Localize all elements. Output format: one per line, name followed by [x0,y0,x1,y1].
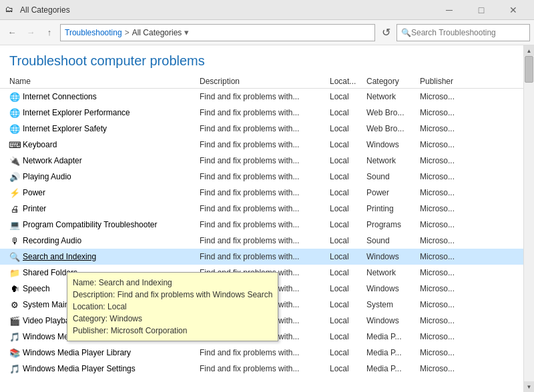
item-loc: Local [330,124,366,133]
content-area: Troubleshoot computer problems Name Desc… [0,45,523,392]
item-cat: Network [366,268,420,277]
item-cat: Windows [366,252,420,261]
item-icon: ⌨ [9,139,20,150]
item-pub: Microso... [420,108,473,117]
list-item[interactable]: 🔍 Search and Indexing Find and fix probl… [0,249,523,265]
search-icon: 🔍 [401,28,411,37]
item-icon: 🖨 [9,203,20,214]
item-cat: Printing [366,204,420,213]
item-cat: Sound [366,172,420,181]
col-desc-header[interactable]: Description [200,77,330,86]
item-cat: Programs [366,220,420,229]
item-loc: Local [330,92,366,101]
col-loc-header[interactable]: Locat... [330,77,366,86]
list-item[interactable]: ⚡ Power Find and fix problems with... Lo… [0,185,523,201]
search-input[interactable] [411,28,525,37]
list-item[interactable]: 📚 Windows Media Player Library Find and … [0,345,523,361]
item-pub: Microso... [420,300,473,309]
item-loc: Local [330,204,366,213]
item-icon: 🎵 [9,363,20,374]
item-loc: Local [330,252,366,261]
item-icon: 🎬 [9,315,20,326]
breadcrumb-separator: > [125,28,129,37]
item-name: Printer [23,204,200,213]
item-icon: 🌐 [9,123,20,134]
close-button[interactable]: ✕ [498,0,529,20]
tooltip-desc: Description: Find and fix problems with … [73,289,272,301]
item-loc: Local [330,300,366,309]
item-cat: Sound [366,236,420,245]
col-pub-header[interactable]: Publisher [420,77,473,86]
list-item[interactable]: 🖨 Printer Find and fix problems with... … [0,201,523,217]
up-button[interactable]: ↑ [41,25,57,41]
item-name: Keyboard [23,140,200,149]
item-icon: 🗣 [9,283,20,294]
list-item[interactable]: 🔌 Network Adapter Find and fix problems … [0,153,523,169]
item-pub: Microso... [420,332,473,341]
main-content: Troubleshoot computer problems Name Desc… [0,45,534,392]
col-name-header[interactable]: Name [9,77,200,86]
maximize-button[interactable]: □ [466,0,497,20]
item-name: Internet Explorer Safety [23,124,200,133]
item-desc: Find and fix problems with... [200,124,330,133]
item-icon: 💻 [9,219,20,230]
item-loc: Local [330,172,366,181]
item-pub: Microso... [420,140,473,149]
list-item[interactable]: 🌐 Internet Connections Find and fix prob… [0,89,523,105]
tooltip-pub: Publisher: Microsoft Corporation [73,325,272,337]
item-icon: 🔍 [9,251,20,262]
back-button[interactable]: ← [4,25,20,41]
list-item[interactable]: 🎵 Windows Media Player Settings Find and… [0,361,523,377]
item-pub: Microso... [420,92,473,101]
breadcrumb-troubleshooting[interactable]: Troubleshooting [65,28,122,37]
item-name: Recording Audio [23,236,200,245]
item-cat: Windows [366,140,420,149]
address-bar: ← → ↑ Troubleshooting > All Categories ▾… [0,20,534,45]
list-item[interactable]: 🎙 Recording Audio Find and fix problems … [0,233,523,249]
minimize-button[interactable]: ─ [434,0,465,20]
item-icon: 🎙 [9,235,20,246]
item-name: Search and Indexing [23,252,200,261]
item-desc: Find and fix problems with... [200,156,330,165]
item-cat: Network [366,156,420,165]
item-name: Internet Explorer Performance [23,108,200,117]
item-desc: Find and fix problems with... [200,140,330,149]
item-pub: Microso... [420,204,473,213]
list-item[interactable]: 🔊 Playing Audio Find and fix problems wi… [0,169,523,185]
item-pub: Microso... [420,188,473,197]
item-loc: Local [330,284,366,293]
item-loc: Local [330,188,366,197]
item-name: Internet Connections [23,92,200,101]
breadcrumb-dropdown-button[interactable]: ▾ [184,27,189,37]
forward-button[interactable]: → [23,25,39,41]
item-pub: Microso... [420,252,473,261]
item-name: Windows Media Player Library [23,348,200,357]
item-cat: Windows [366,316,420,325]
list-item[interactable]: ⌨ Keyboard Find and fix problems with...… [0,137,523,153]
item-loc: Local [330,108,366,117]
refresh-button[interactable]: ↺ [378,25,394,41]
breadcrumb: Troubleshooting > All Categories ▾ [60,24,375,41]
col-cat-header[interactable]: Category [366,77,420,86]
item-icon: ⚡ [9,187,20,198]
scroll-down-button[interactable]: ▼ [524,381,535,392]
item-pub: Microso... [420,284,473,293]
item-pub: Microso... [420,220,473,229]
item-desc: Find and fix problems with... [200,204,330,213]
scrollbar: ▲ ▼ [523,45,534,392]
list-item[interactable]: 🌐 Internet Explorer Safety Find and fix … [0,121,523,137]
list-item[interactable]: 💻 Program Compatibility Troubleshooter F… [0,217,523,233]
item-cat: Media P... [366,348,420,357]
item-cat: Web Bro... [366,124,420,133]
scroll-up-button[interactable]: ▲ [524,45,535,56]
item-pub: Microso... [420,172,473,181]
tooltip-cat: Category: Windows [73,313,272,325]
scroll-thumb[interactable] [525,56,533,83]
item-desc: Find and fix problems with... [200,188,330,197]
item-desc: Find and fix problems with... [200,220,330,229]
list-item[interactable]: 🌐 Internet Explorer Performance Find and… [0,105,523,121]
item-desc: Find and fix problems with... [200,236,330,245]
scroll-track[interactable] [524,56,534,381]
item-name: Network Adapter [23,156,200,165]
item-icon: 🔊 [9,171,20,182]
